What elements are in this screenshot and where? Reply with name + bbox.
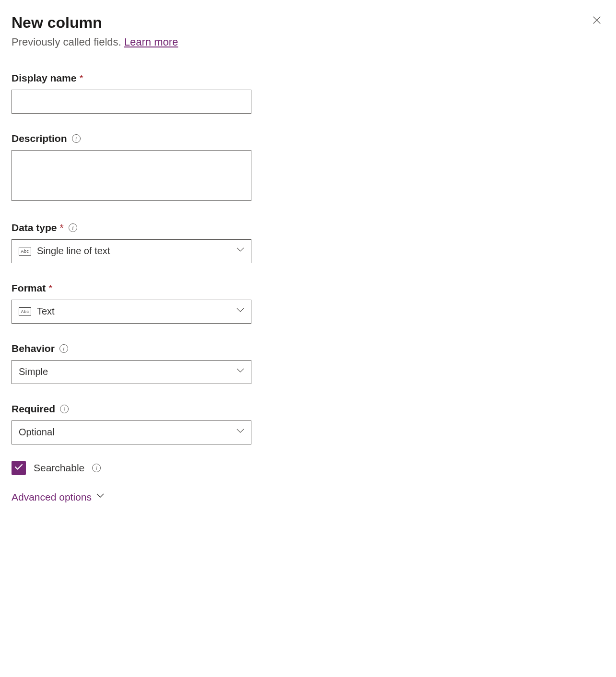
text-type-icon: Abc	[19, 247, 31, 256]
data-type-label: Data type * i	[12, 222, 251, 233]
required-indicator: *	[60, 222, 64, 233]
display-name-field: Display name *	[12, 72, 251, 114]
format-label-text: Format	[12, 282, 46, 294]
behavior-label: Behavior i	[12, 343, 251, 354]
behavior-label-text: Behavior	[12, 343, 55, 354]
description-field: Description i	[12, 133, 251, 203]
display-name-input[interactable]	[12, 90, 251, 114]
required-select[interactable]: Optional	[12, 420, 251, 444]
data-type-field: Data type * i Abc Single line of text	[12, 222, 251, 263]
panel-header: New column Previously called fields. Lea…	[12, 13, 604, 49]
format-select[interactable]: Abc Text	[12, 300, 251, 324]
searchable-checkbox[interactable]	[12, 461, 26, 475]
required-field: Required i Optional	[12, 403, 251, 444]
display-name-label: Display name *	[12, 72, 251, 84]
required-value: Optional	[19, 427, 237, 438]
behavior-value: Simple	[19, 366, 237, 377]
header-text: New column Previously called fields. Lea…	[12, 13, 589, 49]
format-value: Text	[37, 306, 237, 317]
required-label: Required i	[12, 403, 251, 415]
chevron-down-icon	[237, 368, 244, 376]
description-input[interactable]	[12, 150, 251, 201]
data-type-select[interactable]: Abc Single line of text	[12, 239, 251, 263]
info-icon[interactable]: i	[69, 223, 77, 232]
chevron-down-icon	[96, 493, 104, 501]
required-indicator: *	[79, 72, 83, 84]
searchable-field: Searchable i	[12, 461, 251, 475]
description-label: Description i	[12, 133, 251, 144]
form: Display name * Description i Data type *…	[12, 72, 251, 503]
format-label: Format *	[12, 282, 251, 294]
format-field: Format * Abc Text	[12, 282, 251, 324]
subtitle-text: Previously called fields.	[12, 36, 124, 48]
chevron-down-icon	[237, 429, 244, 436]
chevron-down-icon	[237, 308, 244, 315]
learn-more-link[interactable]: Learn more	[124, 36, 178, 48]
data-type-label-text: Data type	[12, 222, 57, 233]
data-type-value: Single line of text	[37, 245, 237, 257]
advanced-options-label: Advanced options	[12, 491, 92, 503]
panel-title: New column	[12, 13, 589, 32]
behavior-select[interactable]: Simple	[12, 360, 251, 384]
panel-subtitle: Previously called fields. Learn more	[12, 35, 589, 49]
text-type-icon: Abc	[19, 307, 31, 316]
checkmark-icon	[14, 463, 23, 473]
behavior-field: Behavior i Simple	[12, 343, 251, 384]
info-icon[interactable]: i	[72, 134, 81, 143]
info-icon[interactable]: i	[59, 344, 68, 353]
close-button[interactable]	[589, 13, 604, 29]
info-icon[interactable]: i	[92, 464, 101, 472]
required-indicator: *	[48, 282, 52, 294]
description-label-text: Description	[12, 133, 67, 144]
advanced-options-toggle[interactable]: Advanced options	[12, 491, 104, 503]
display-name-label-text: Display name	[12, 72, 76, 84]
required-label-text: Required	[12, 403, 55, 415]
chevron-down-icon	[237, 247, 244, 255]
close-icon	[592, 15, 602, 28]
searchable-label: Searchable	[34, 462, 84, 474]
info-icon[interactable]: i	[60, 405, 69, 413]
